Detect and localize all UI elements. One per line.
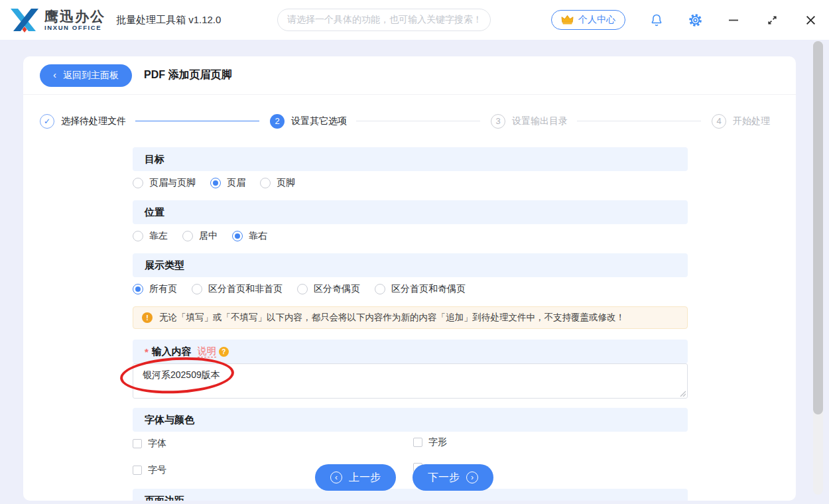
radio-icon	[260, 178, 271, 188]
radio-first-vs-others[interactable]: 区分首页和非首页	[192, 283, 283, 295]
panel-header: ‹ 返回到主面板 PDF 添加页眉页脚	[23, 56, 796, 95]
content-textarea-value: 银河系202509版本	[143, 369, 220, 380]
step1-check-icon: ✓	[40, 114, 54, 129]
crown-icon	[561, 15, 574, 25]
radio-align-left[interactable]: 靠左	[133, 230, 168, 242]
display-type-options: 所有页 区分首页和非首页 区分奇偶页 区分首页和奇偶页	[133, 282, 688, 296]
close-icon[interactable]	[803, 13, 818, 27]
step-start-process: 4 开始处理	[712, 114, 779, 129]
step-set-options: 2 设置其它选项	[270, 114, 356, 129]
help-question-icon[interactable]: ?	[219, 347, 229, 357]
content-textarea[interactable]: 银河系202509版本	[133, 363, 688, 399]
radio-header-and-footer[interactable]: 页眉与页脚	[133, 177, 196, 189]
step-select-files: ✓ 选择待处理文件	[40, 114, 135, 129]
radio-icon	[232, 231, 243, 241]
prev-step-button[interactable]: ‹ 上一步	[315, 464, 396, 491]
radio-odd-even[interactable]: 区分奇偶页	[297, 283, 360, 295]
app-subtitle: 批量处理工具箱 v1.12.0	[116, 14, 221, 27]
notice-text: 无论「填写」或「不填写」以下内容，都只会将以下内容作为新的内容「追加」到待处理文…	[159, 312, 625, 324]
checkbox-font-size[interactable]: 字号	[133, 464, 166, 476]
radio-icon	[133, 284, 143, 294]
next-step-button[interactable]: 下一步 ›	[413, 464, 493, 491]
settings-gear-icon[interactable]	[688, 13, 702, 27]
app-logo: 鹰迅办公 INXUN OFFICE	[9, 6, 105, 34]
position-options: 靠左 居中 靠右	[133, 229, 688, 243]
logo-x-icon	[9, 6, 40, 34]
brand-name: 鹰迅办公	[44, 9, 105, 24]
personal-center-label: 个人中心	[578, 14, 615, 26]
step2-number: 2	[270, 114, 285, 129]
section-position-header: 位置	[133, 200, 688, 224]
input-content-label: 输入内容	[152, 346, 192, 358]
notification-bell-icon[interactable]	[649, 13, 664, 27]
step-connector	[356, 121, 480, 121]
circle-chevron-left-icon: ‹	[330, 472, 342, 483]
section-font-color-header: 字体与颜色	[133, 408, 688, 432]
step3-number: 3	[491, 114, 505, 129]
scrollbar-track[interactable]	[813, 41, 823, 495]
radio-icon	[375, 284, 385, 294]
required-asterisk: *	[145, 346, 149, 357]
chevron-left-icon: ‹	[53, 70, 56, 80]
checkbox-icon	[133, 439, 142, 448]
font-checkbox-row-1: 字体 字形	[133, 436, 688, 451]
step-connector	[577, 121, 701, 121]
radio-first-odd-even[interactable]: 区分首页和奇偶页	[375, 283, 466, 295]
radio-icon	[133, 178, 143, 188]
personal-center-button[interactable]: 个人中心	[551, 10, 625, 30]
radio-icon	[133, 231, 143, 241]
section-input-content-header: * 输入内容 说明 ?	[133, 340, 688, 363]
radio-icon	[192, 284, 202, 294]
step-wizard: ✓ 选择待处理文件 2 设置其它选项 3 设置输出目录 4 开始处理	[23, 95, 796, 147]
circle-chevron-right-icon: ›	[466, 472, 478, 483]
page-title: PDF 添加页眉页脚	[144, 68, 231, 82]
checkbox-icon	[133, 466, 142, 475]
main-panel: ‹ 返回到主面板 PDF 添加页眉页脚 ✓ 选择待处理文件 2 设置其它选项 3…	[23, 56, 796, 501]
help-link[interactable]: 说明	[198, 346, 216, 357]
checkbox-font-glyph[interactable]: 字形	[413, 436, 447, 448]
step4-number: 4	[712, 114, 726, 129]
brand-subname: INXUN OFFICE	[44, 24, 105, 31]
textarea-resize-handle[interactable]	[679, 390, 686, 397]
back-to-dashboard-button[interactable]: ‹ 返回到主面板	[40, 64, 132, 87]
step-output-dir: 3 设置输出目录	[491, 114, 577, 129]
target-options: 页眉与页脚 页眉 页脚	[133, 176, 688, 190]
radio-align-right[interactable]: 靠右	[232, 230, 267, 242]
radio-icon	[182, 231, 193, 241]
step-connector	[135, 121, 259, 122]
notice-banner: ! 无论「填写」或「不填写」以下内容，都只会将以下内容作为新的内容「追加」到待处…	[133, 306, 688, 329]
radio-all-pages[interactable]: 所有页	[133, 283, 177, 295]
section-display-type-header: 展示类型	[133, 253, 688, 277]
wizard-nav-buttons: ‹ 上一步 下一步 ›	[315, 464, 493, 491]
radio-icon	[210, 178, 221, 188]
function-search-select[interactable]: 请选择一个具体的功能，也可输入关键字搜索！	[277, 9, 491, 31]
checkbox-icon	[413, 438, 422, 447]
titlebar: 鹰迅办公 INXUN OFFICE 批量处理工具箱 v1.12.0 请选择一个具…	[0, 0, 829, 40]
radio-icon	[297, 284, 308, 294]
back-button-label: 返回到主面板	[63, 70, 119, 82]
radio-header[interactable]: 页眉	[210, 177, 245, 189]
section-target-header: 目标	[133, 147, 688, 171]
checkbox-font-family[interactable]: 字体	[133, 438, 166, 450]
radio-footer[interactable]: 页脚	[260, 177, 295, 189]
radio-align-center[interactable]: 居中	[182, 230, 218, 242]
search-placeholder: 请选择一个具体的功能，也可输入关键字搜索！	[287, 14, 482, 26]
resize-window-icon[interactable]	[765, 13, 779, 27]
warning-icon: !	[142, 312, 153, 323]
scrollbar-thumb[interactable]	[813, 41, 823, 414]
minimize-icon[interactable]	[726, 13, 741, 27]
